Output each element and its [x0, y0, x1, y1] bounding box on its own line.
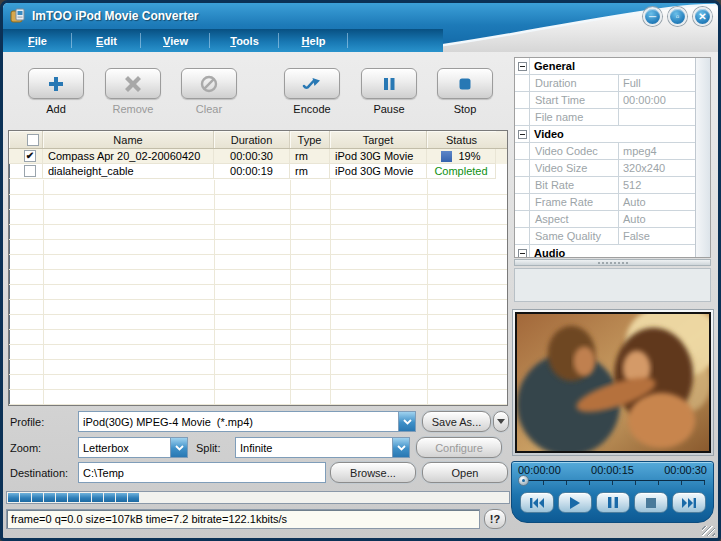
column-header-target[interactable]: Target	[330, 131, 427, 148]
prop-value: Full	[619, 75, 695, 91]
prop-label: Video Codec	[530, 143, 619, 159]
file-list-empty-grid	[9, 180, 507, 405]
property-row[interactable]: Same Quality False	[515, 228, 695, 245]
file-duration: 00:00:19	[214, 164, 290, 179]
column-header-status[interactable]: Status	[427, 131, 496, 148]
maximize-button[interactable]: ▫	[668, 7, 687, 26]
column-name-label: Name	[113, 134, 142, 146]
zoom-label: Zoom:	[10, 442, 78, 454]
encode-button[interactable]: Encode	[284, 68, 340, 115]
time-middle: 00:00:15	[591, 464, 634, 476]
table-row[interactable]: Compass Apr 20_02-20060420 00:00:30 rm i…	[9, 149, 507, 164]
property-row[interactable]: Duration Full	[515, 75, 695, 92]
save-as-label: Save As...	[432, 416, 482, 428]
titlebar: ImTOO iPod Movie Converter	[3, 3, 718, 29]
next-button[interactable]	[672, 492, 706, 513]
seek-slider[interactable]	[518, 477, 707, 487]
stop-button[interactable]: Stop	[437, 68, 493, 115]
row-checkbox[interactable]	[24, 165, 36, 177]
property-row[interactable]: File name	[515, 109, 695, 126]
chevron-down-icon	[398, 412, 415, 431]
destination-input[interactable]: C:\Temp	[78, 462, 326, 483]
prop-value	[619, 109, 695, 125]
pause-button[interactable]: Pause	[361, 68, 417, 115]
browse-button[interactable]: Browse...	[330, 462, 416, 483]
chevron-down-icon	[170, 438, 187, 457]
select-all-checkbox[interactable]	[27, 134, 39, 146]
panel-splitter[interactable]	[514, 259, 711, 266]
prop-value: mpeg4	[619, 143, 695, 159]
resize-grip[interactable]	[702, 526, 715, 536]
property-row[interactable]: Video Size 320x240	[515, 160, 695, 177]
destination-row: Destination: C:\Temp Browse... Open	[10, 462, 510, 483]
status-bar: frame=0 q=0.0 size=107kB time=7.2 bitrat…	[6, 509, 480, 529]
table-row[interactable]: dialaheight_cable 00:00:19 rm iPod 30G M…	[9, 164, 507, 179]
menu-edit[interactable]: Edit	[72, 29, 141, 52]
clear-icon	[200, 75, 218, 93]
open-button[interactable]: Open	[422, 462, 508, 483]
file-type: rm	[290, 164, 330, 179]
split-select[interactable]: Infinite	[235, 437, 410, 458]
progress-percent: 19%	[458, 150, 480, 162]
file-list-header: Name Duration Type Target Status	[9, 131, 507, 149]
section-general-label: General	[530, 58, 695, 74]
app-icon	[10, 8, 26, 24]
previous-button[interactable]	[520, 492, 554, 513]
profile-select[interactable]: iPod(30G) MPEG-4 Movie (*.mp4)	[78, 411, 416, 432]
prop-value: 320x240	[619, 160, 695, 176]
help-button-label: !?	[490, 513, 500, 525]
menu-tools[interactable]: Tools	[210, 29, 279, 52]
prop-label: Same Quality	[530, 228, 619, 244]
profile-more-button[interactable]	[493, 411, 509, 432]
progress-chip	[441, 151, 452, 162]
file-type: rm	[290, 149, 330, 164]
properties-scrollbar[interactable]	[695, 58, 710, 257]
profile-label: Profile:	[10, 416, 78, 428]
menu-file[interactable]: File	[3, 29, 72, 52]
column-duration-label: Duration	[231, 134, 273, 146]
seek-handle[interactable]	[518, 475, 529, 486]
property-row[interactable]: Frame Rate Auto	[515, 194, 695, 211]
help-button[interactable]: !?	[484, 509, 506, 529]
property-row[interactable]: Video Codec mpeg4	[515, 143, 695, 160]
file-duration: 00:00:30	[214, 149, 290, 164]
column-header-duration[interactable]: Duration	[214, 131, 290, 148]
column-header-name[interactable]: Name	[43, 131, 214, 148]
file-name: Compass Apr 20_02-20060420	[43, 149, 214, 164]
configure-button[interactable]: Configure	[416, 437, 502, 458]
menu-help[interactable]: Help	[279, 29, 348, 52]
row-checkbox[interactable]	[24, 150, 36, 162]
property-row[interactable]: Start Time 00:00:00	[515, 92, 695, 109]
collapse-icon[interactable]	[518, 62, 527, 71]
split-label: Split:	[196, 442, 235, 454]
stop-icon	[457, 76, 473, 92]
property-row[interactable]: Aspect Auto	[515, 211, 695, 228]
player-stop-icon	[646, 498, 656, 508]
player-panel: 00:00:00 00:00:15 00:00:30	[511, 461, 714, 523]
minimize-button[interactable]: ─	[643, 7, 662, 26]
prop-value: 512	[619, 177, 695, 193]
video-preview-image	[517, 314, 709, 451]
section-audio: Audio	[515, 245, 695, 258]
prop-value: 00:00:00	[619, 92, 695, 108]
remove-label: Remove	[105, 103, 161, 115]
prop-label: Video Size	[530, 160, 619, 176]
add-button[interactable]: Add	[28, 68, 84, 115]
menu-view[interactable]: View	[141, 29, 210, 52]
save-as-button[interactable]: Save As...	[422, 411, 491, 432]
player-pause-button[interactable]	[596, 492, 630, 513]
close-button[interactable]: ✕	[693, 7, 712, 26]
collapse-icon[interactable]	[518, 130, 527, 139]
property-row[interactable]: Bit Rate 512	[515, 177, 695, 194]
clear-button[interactable]: Clear	[181, 68, 237, 115]
collapse-icon[interactable]	[518, 249, 527, 258]
zoom-select[interactable]: Letterbox	[78, 437, 188, 458]
remove-icon	[124, 75, 142, 93]
column-header-type[interactable]: Type	[290, 131, 330, 148]
clear-label: Clear	[181, 103, 237, 115]
player-stop-button[interactable]	[634, 492, 668, 513]
remove-button[interactable]: Remove	[105, 68, 161, 115]
prop-value: False	[619, 228, 695, 244]
section-general: General	[515, 58, 695, 75]
play-button[interactable]	[558, 492, 592, 513]
